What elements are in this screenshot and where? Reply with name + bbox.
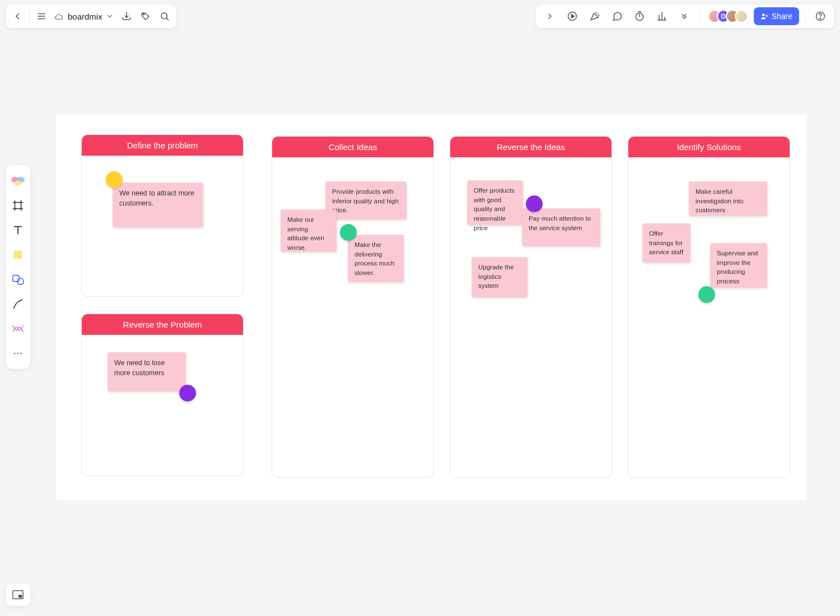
tag-icon [141, 11, 151, 21]
user-cursor-green [340, 224, 357, 241]
top-right-toolbar: O Share [536, 4, 834, 28]
svg-line-6 [166, 18, 168, 20]
help-icon [815, 11, 826, 22]
back-button[interactable] [8, 7, 27, 26]
card-collect-ideas[interactable]: Collect Ideas Provide products with infe… [272, 136, 434, 478]
sticky-text: Offer products with good quality and rea… [474, 187, 515, 231]
sticky-note[interactable]: Offer products with good quality and rea… [467, 180, 523, 225]
toolbar-separator [805, 9, 805, 24]
sticky-text: Provide products with inferior quality a… [332, 188, 399, 213]
chevron-right-icon [545, 12, 554, 21]
user-cursor-purple [526, 195, 543, 212]
svg-point-33 [17, 353, 19, 354]
chat-icon [612, 11, 623, 22]
connector-tool[interactable] [8, 318, 28, 340]
dots-icon [12, 348, 24, 359]
card-header: Define the problem [82, 135, 243, 156]
sticky-text: Make the delivering process much slower. [354, 241, 395, 276]
top-left-toolbar: boardmix [6, 4, 176, 28]
sticky-note-tool[interactable] [8, 244, 28, 266]
pen-tool[interactable] [8, 293, 28, 315]
sticky-text: Supervise and improve the producing proc… [717, 250, 758, 284]
card-reverse-problem[interactable]: Reverse the Problem We need to lose more… [81, 314, 244, 476]
sticky-note[interactable]: Make careful investigation into customer… [689, 181, 767, 216]
vote-button[interactable] [652, 7, 671, 26]
timer-icon [634, 11, 645, 22]
comment-button[interactable] [608, 7, 627, 26]
canvas[interactable]: Define the problem We need to attract mo… [56, 115, 806, 500]
sticky-note[interactable]: Offer trainings for service staff [642, 223, 690, 263]
pen-icon [12, 298, 24, 310]
chevron-left-icon [12, 11, 22, 21]
download-button[interactable] [117, 7, 136, 26]
toolbar-separator [699, 9, 700, 24]
collaborator-avatars[interactable]: O [708, 10, 748, 23]
sticky-note-icon [12, 249, 24, 261]
sticky-note[interactable]: Supervise and improve the producing proc… [710, 243, 767, 288]
chart-icon [656, 11, 668, 22]
cloud-icon [54, 11, 64, 21]
user-plus-icon [760, 12, 768, 20]
templates-tool[interactable] [8, 170, 28, 192]
templates-icon [11, 175, 25, 187]
card-header: Collect Ideas [272, 137, 433, 157]
sticky-text: Make our serving attitude even worse. [287, 216, 324, 251]
minimap-icon [12, 589, 24, 600]
minimap-button[interactable] [6, 584, 30, 606]
svg-point-23 [14, 180, 22, 186]
svg-marker-8 [571, 15, 574, 18]
hamburger-icon [36, 11, 46, 21]
sticky-note[interactable]: Make our serving attitude even worse. [281, 209, 337, 252]
sticky-text: Offer trainings for service staff [649, 230, 683, 255]
card-header: Reverse the Problem [82, 314, 243, 335]
svg-point-4 [143, 14, 144, 15]
more-tools-button[interactable] [675, 7, 694, 26]
user-cursor-green [698, 286, 715, 303]
sticky-text: Upgrade the logistics system [478, 264, 514, 289]
double-chevron-down-icon [680, 12, 689, 21]
menu-button[interactable] [32, 7, 51, 26]
sticky-note[interactable]: We need to attract more customers. [113, 183, 203, 227]
sticky-note[interactable]: We need to lose more customers [108, 352, 186, 391]
user-cursor-purple [179, 385, 196, 402]
celebrate-button[interactable] [585, 7, 604, 26]
svg-point-20 [820, 18, 821, 19]
text-tool[interactable] [8, 219, 28, 241]
timer-button[interactable] [630, 7, 649, 26]
shape-icon [11, 273, 25, 286]
sparkle-icon [589, 11, 600, 22]
connector-icon [11, 323, 25, 334]
frame-tool[interactable] [8, 194, 28, 217]
expand-panel-button[interactable] [540, 7, 559, 26]
avatar-letter: O [721, 13, 726, 20]
sticky-note[interactable]: Make the delivering process much slower. [348, 235, 404, 282]
share-button[interactable]: Share [754, 7, 799, 25]
play-circle-icon [567, 11, 578, 22]
tag-button[interactable] [136, 7, 155, 26]
sticky-text: We need to lose more customers [114, 359, 165, 377]
sticky-note[interactable]: Pay much attention to the service system [522, 208, 600, 246]
svg-rect-36 [18, 595, 22, 598]
svg-point-34 [20, 353, 22, 354]
frame-icon [12, 199, 24, 212]
document-title[interactable]: boardmix [51, 7, 117, 26]
sticky-note[interactable]: Provide products with inferior quality a… [325, 181, 407, 220]
text-icon [12, 224, 24, 236]
present-button[interactable] [563, 7, 582, 26]
card-header: Identify Solutions [628, 137, 790, 157]
sticky-note[interactable]: Upgrade the logistics system [472, 257, 528, 297]
sticky-text: We need to attract more customers. [119, 189, 194, 207]
card-define-problem[interactable]: Define the problem We need to attract mo… [81, 134, 244, 297]
more-tools[interactable] [8, 342, 28, 365]
card-reverse-ideas[interactable]: Reverse the Ideas Offer products with go… [450, 136, 612, 478]
svg-point-16 [762, 13, 765, 16]
card-identify-solutions[interactable]: Identify Solutions Make careful investig… [628, 136, 790, 478]
help-button[interactable] [811, 7, 830, 26]
search-button[interactable] [155, 7, 174, 26]
toolbar-separator [29, 9, 30, 24]
shape-tool[interactable] [8, 268, 28, 291]
search-icon [160, 11, 170, 21]
chevron-down-icon [106, 12, 114, 20]
avatar[interactable] [735, 10, 748, 23]
share-label: Share [772, 12, 792, 21]
